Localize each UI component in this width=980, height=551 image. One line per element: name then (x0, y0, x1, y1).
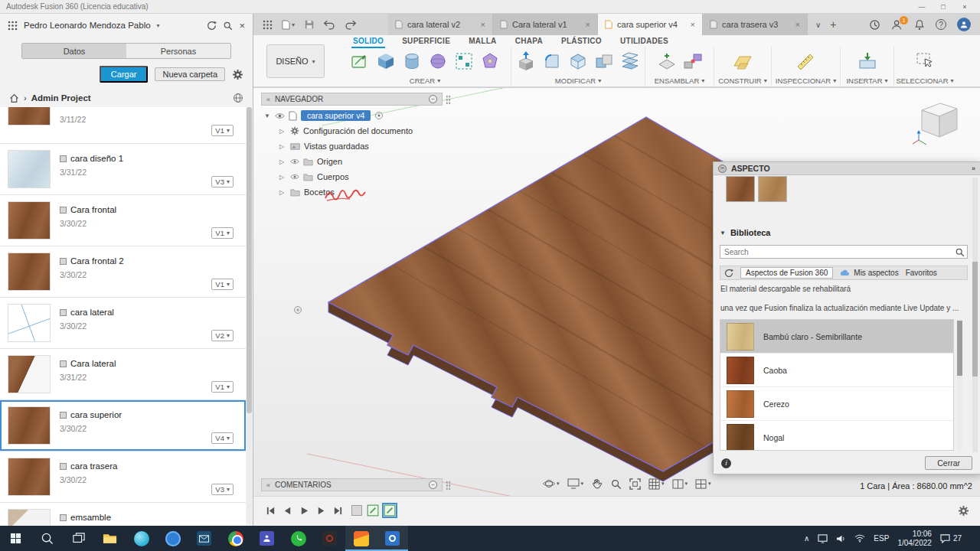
viewport-layout-icon[interactable]: ▾ (672, 479, 688, 489)
list-item[interactable]: cara diseño 1 3/31/22 V3▾ (0, 144, 246, 195)
language-indicator[interactable]: ESP (874, 534, 889, 543)
list-item[interactable]: Cara frontal 3/30/22 V1▾ (0, 195, 246, 246)
select-tool[interactable] (913, 50, 936, 73)
camera-app-icon[interactable] (377, 526, 408, 551)
viewport[interactable]: « NAVEGADOR − ▼ cara superior v4 ▷ Confi… (253, 87, 980, 496)
user-name[interactable]: Pedro Leonardo Mendoza Pablo (24, 21, 151, 30)
minimize-button[interactable]: — (913, 3, 931, 11)
version-badge[interactable]: V3▾ (211, 176, 234, 187)
drag-handle[interactable] (446, 481, 451, 491)
look-at-icon[interactable]: ▾ (567, 478, 584, 489)
cylinder-tool[interactable] (400, 50, 423, 73)
expand-icon[interactable]: ▼ (264, 112, 271, 119)
orbit-icon[interactable]: ▾ (543, 478, 560, 490)
insertar-dropdown[interactable]: INSERTAR▾ (846, 75, 887, 86)
comments-panel-header[interactable]: « COMENTARIOS − (261, 478, 443, 491)
version-badge[interactable]: V1▾ (211, 279, 234, 290)
version-badge[interactable]: V1▾ (211, 381, 234, 393)
close-panel-icon[interactable]: × (239, 20, 245, 31)
collapsed-icon[interactable]: ▷ (279, 158, 286, 165)
crear-dropdown[interactable]: CREAR▾ (410, 75, 440, 86)
edge-icon[interactable] (126, 526, 157, 551)
drag-handle[interactable] (446, 95, 451, 105)
collapsed-icon[interactable]: ▷ (279, 128, 286, 135)
feature-marker[interactable] (351, 505, 362, 516)
hidden-icons-chevron[interactable]: ∧ (804, 534, 809, 543)
collaboration-icon[interactable]: 1 (891, 19, 903, 31)
maximize-button[interactable]: □ (934, 3, 952, 11)
taskbar-clock[interactable]: 10:06 1/04/2022 (897, 530, 932, 548)
multi-view-icon[interactable]: ▾ (695, 479, 711, 489)
version-badge[interactable]: V1▾ (211, 227, 234, 239)
ensamblar-dropdown[interactable]: ENSAMBLAR▾ (655, 75, 705, 86)
save-icon[interactable] (304, 19, 315, 30)
start-button[interactable] (0, 526, 31, 551)
document-tab[interactable]: Cara lateral v1 × (493, 14, 598, 35)
fit-icon[interactable] (629, 478, 641, 490)
acrobat-icon[interactable] (314, 526, 345, 551)
skip-end-icon[interactable] (333, 506, 343, 516)
material-row-selected[interactable]: Bambú claro - Semibrillante (720, 320, 953, 354)
version-badge[interactable]: V3▾ (211, 484, 234, 495)
form-tool[interactable] (479, 50, 501, 73)
pan-icon[interactable] (591, 478, 603, 490)
joint-tool[interactable] (681, 50, 704, 73)
close-tab-icon[interactable]: × (691, 20, 695, 29)
version-badge[interactable]: V2▾ (211, 330, 234, 341)
in-design-swatch[interactable] (726, 176, 755, 202)
redo-icon[interactable] (345, 20, 356, 30)
action-center[interactable]: 27 (940, 534, 962, 543)
in-design-swatch[interactable] (758, 176, 787, 202)
teams-icon[interactable] (251, 526, 283, 551)
upload-button[interactable]: Cargar (100, 66, 149, 83)
material-row[interactable]: Nogal (720, 421, 953, 451)
file-explorer-icon[interactable] (94, 526, 126, 551)
tree-item[interactable]: ▷ Cuerpos (261, 169, 468, 184)
new-component-tool[interactable] (655, 50, 678, 73)
tablet-icon[interactable] (818, 534, 828, 543)
zoom-icon[interactable] (610, 478, 622, 490)
sketch-feature-selected[interactable] (384, 504, 396, 517)
volume-icon[interactable] (836, 534, 846, 543)
home-icon[interactable] (9, 93, 19, 103)
timeline-settings-icon[interactable] (958, 505, 969, 517)
chevron-down-icon[interactable]: ▾ (157, 22, 160, 29)
globe-icon[interactable] (233, 93, 243, 103)
collapse-left-icon[interactable]: « (266, 96, 270, 103)
version-badge[interactable]: V4▾ (211, 432, 234, 444)
document-tab-active[interactable]: cara superior v4 × (598, 14, 703, 35)
close-tab-icon[interactable]: × (795, 20, 800, 29)
tab-personas[interactable]: Personas (126, 44, 230, 58)
create-sketch-tool[interactable] (348, 50, 371, 73)
material-list-scrollbar[interactable] (957, 319, 962, 451)
offset-tool[interactable] (619, 50, 642, 73)
close-dialog-button[interactable]: Cerrar (925, 456, 972, 470)
design-workspace-selector[interactable]: DISEÑO▾ (266, 44, 325, 78)
task-view-icon[interactable] (63, 526, 94, 551)
list-item-selected[interactable]: cara superior 3/30/22 V4▾ (0, 400, 246, 452)
insert-tool[interactable] (856, 50, 879, 73)
gear-icon[interactable] (232, 69, 243, 80)
mail-icon[interactable] (188, 526, 220, 551)
tab-favorites[interactable]: Favoritos (906, 269, 937, 277)
close-tab-icon[interactable]: × (481, 20, 485, 29)
press-pull-tool[interactable] (514, 50, 537, 73)
whatsapp-icon[interactable] (283, 526, 314, 551)
sphere-tool[interactable] (426, 50, 449, 73)
grid-display-icon[interactable]: ▾ (648, 478, 665, 490)
refresh-icon[interactable] (724, 269, 733, 278)
list-item[interactable]: Cara lateral 3/31/22 V1▾ (0, 349, 246, 400)
list-item[interactable]: cara trasera 3/30/22 V3▾ (0, 452, 246, 503)
construction-plane-tool[interactable] (731, 50, 754, 73)
wifi-icon[interactable] (854, 534, 865, 543)
search-icon[interactable] (223, 21, 233, 31)
step-back-icon[interactable] (283, 506, 292, 516)
data-panel-scrollbar[interactable] (247, 107, 252, 524)
bell-icon[interactable] (914, 19, 925, 31)
appearance-dialog-header[interactable]: − ASPECTO » (714, 162, 980, 175)
navigator-panel-header[interactable]: « NAVEGADOR − (261, 93, 443, 106)
collapse-left-icon[interactable]: « (266, 481, 270, 489)
eye-icon[interactable] (290, 172, 299, 181)
material-row[interactable]: Cerezo (720, 387, 953, 421)
fusion-360-taskbar-icon[interactable] (345, 526, 377, 551)
